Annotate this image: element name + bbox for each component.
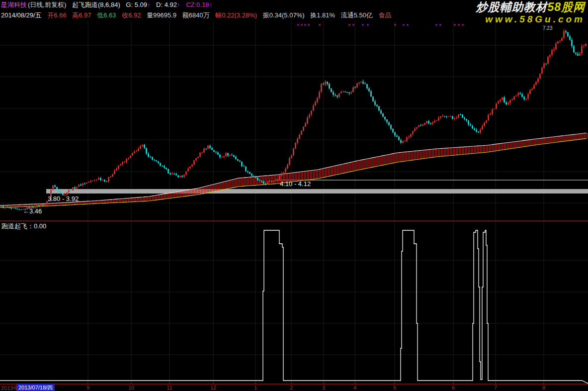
quote-amplitude: 振0.34(5.07%) — [263, 11, 305, 19]
quote-change: 幅0.22(3.28%) — [215, 11, 257, 19]
svg-text:7.23: 7.23 — [543, 25, 553, 31]
stock-chart-app: { "header": { "line1": { "stock_name": "… — [0, 0, 588, 391]
g-value: G: 5.09 — [126, 1, 147, 8]
quote-high: 高6.97 — [72, 11, 91, 19]
svg-text:8: 8 — [542, 385, 545, 391]
svg-text:×: × — [402, 22, 405, 27]
quote-open: 开6.66 — [47, 11, 66, 19]
svg-text:×: × — [300, 22, 303, 27]
svg-text:×: × — [453, 22, 456, 27]
svg-text:×: × — [439, 22, 441, 27]
indicator-panel-label: 跑道起飞：0.00 — [1, 222, 46, 231]
svg-text:3.80 - 3.92: 3.80 - 3.92 — [48, 195, 79, 202]
svg-text:5: 5 — [393, 385, 396, 391]
svg-text:9: 9 — [86, 385, 89, 391]
svg-text:4.10 - 4.12: 4.10 - 4.12 — [280, 180, 311, 188]
svg-text:×: × — [352, 22, 354, 27]
svg-text:×: × — [361, 22, 364, 27]
stock-name: 星湖科技 — [1, 1, 27, 8]
svg-text:2: 2 — [290, 385, 293, 391]
cz-value: CZ:0.18 — [186, 1, 209, 8]
chart-type: (日线,前复权) — [28, 1, 66, 8]
quote-float: 流通5.50亿 — [341, 11, 373, 19]
quote-sector: 食品 — [379, 11, 392, 19]
quote-amount: 额6840万 — [182, 11, 210, 19]
svg-text:←3.46: ←3.46 — [23, 207, 42, 215]
svg-text:1: 1 — [254, 385, 257, 391]
g-up-arrow-icon: ↑ — [147, 1, 151, 8]
info-bar-line2: 2014/08/29/五 开6.66 高6.97 低6.63 收6.92 量99… — [1, 11, 392, 20]
d-up-arrow-icon: ↑ — [177, 1, 180, 8]
svg-text:7: 7 — [494, 385, 497, 391]
svg-text:×: × — [406, 22, 409, 27]
watermark-url: www.58Gu.com — [476, 14, 585, 24]
quote-close: 收6.92 — [122, 11, 141, 19]
indicator-name: 起飞跑道(8,6,84) — [72, 1, 120, 8]
svg-text:4: 4 — [353, 385, 356, 391]
info-bar-line1: 星湖科技(日线,前复权) 起飞跑道(8,6,84) G: 5.09↑ D: 4.… — [1, 0, 212, 9]
svg-text:3: 3 — [322, 385, 325, 391]
quote-low: 低6.63 — [97, 11, 116, 19]
watermark: 炒股輔助教材58股网 www.58Gu.com — [476, 1, 585, 24]
svg-text:×: × — [435, 22, 437, 27]
svg-text:6: 6 — [452, 385, 455, 391]
chart-canvas[interactable]: ×××××××××××××××××3.80 - 3.92←3.464.10 - … — [0, 0, 588, 391]
svg-text:10: 10 — [128, 385, 134, 391]
quote-date: 2014/08/29/五 — [1, 11, 42, 19]
svg-text:11: 11 — [167, 385, 172, 391]
svg-text:×: × — [307, 22, 310, 27]
svg-text:×: × — [366, 22, 369, 27]
svg-text:×: × — [461, 22, 464, 27]
svg-text:×: × — [457, 22, 460, 27]
cz-up-arrow-icon: ↑ — [209, 1, 212, 8]
axis-date-highlight[interactable]: 2013/07/18/四 — [16, 384, 55, 391]
svg-text:×: × — [394, 22, 396, 27]
svg-text:12: 12 — [210, 385, 216, 391]
d-value: D: 4.92 — [156, 1, 177, 8]
watermark-text-yellow: 58股网 — [547, 0, 585, 13]
quote-turnover: 换1.81% — [310, 11, 335, 19]
svg-text:×: × — [318, 22, 321, 27]
watermark-text-white: 炒股輔助教材 — [476, 0, 547, 13]
svg-text:×: × — [304, 22, 306, 27]
svg-text:×: × — [297, 22, 299, 27]
svg-text:×: × — [348, 22, 350, 27]
quote-volume: 量99695.9 — [147, 11, 176, 19]
